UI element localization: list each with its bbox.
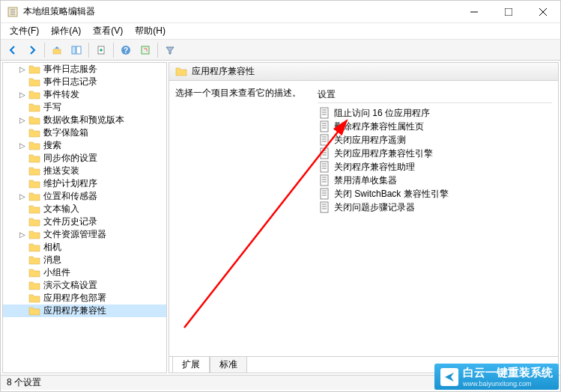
tree-item-label: 事件转发: [43, 88, 79, 101]
app-icon: [7, 6, 19, 18]
policy-icon: [319, 147, 331, 159]
list-item-label: 关闭程序兼容性助理: [334, 161, 415, 174]
folder-icon: [175, 66, 187, 78]
tree-item[interactable]: 数字保险箱: [3, 126, 166, 139]
list-header: 应用程序兼容性: [169, 63, 558, 81]
forward-button[interactable]: [23, 41, 41, 59]
tree-item-label: 文件历史记录: [43, 215, 97, 228]
svg-rect-23: [321, 135, 328, 145]
svg-rect-31: [321, 162, 328, 172]
toolbar: ?: [1, 40, 560, 61]
help-button[interactable]: ?: [117, 41, 135, 59]
show-hide-tree-button[interactable]: [67, 41, 85, 59]
back-button[interactable]: [4, 41, 22, 59]
expand-arrow-icon[interactable]: ▷: [18, 116, 27, 124]
tree-item[interactable]: ▷事件转发: [3, 88, 166, 101]
tree-item[interactable]: ▷文件资源管理器: [3, 228, 166, 241]
list-item[interactable]: 删除程序兼容性属性页: [318, 120, 552, 133]
tree-item-label: 事件日志记录: [43, 76, 97, 88]
tree-item-label: 位置和传感器: [43, 190, 97, 203]
list-item-label: 关闭应用程序兼容性引擎: [334, 147, 433, 160]
toolbar-separator: [88, 43, 89, 58]
list-item[interactable]: 关闭应用程序遥测: [318, 133, 552, 147]
list-header-title: 应用程序兼容性: [192, 65, 255, 78]
tree-item[interactable]: 消息: [3, 254, 166, 266]
tree-item-label: 推送安装: [43, 165, 79, 177]
folder-icon: [28, 114, 40, 126]
policy-icon: [319, 161, 331, 173]
minimize-button[interactable]: [457, 1, 491, 23]
svg-rect-14: [142, 46, 149, 54]
expand-arrow-icon[interactable]: ▷: [18, 192, 27, 200]
folder-icon: [28, 293, 40, 304]
policy-icon: [319, 174, 331, 186]
menu-action[interactable]: 操作(A): [45, 23, 87, 39]
tree-item[interactable]: 文本输入: [3, 203, 166, 215]
title-bar: 本地组策略编辑器: [1, 1, 560, 23]
watermark-text: 白云一键重装系统: [463, 366, 553, 380]
column-header-setting[interactable]: 设置: [318, 87, 552, 103]
expand-arrow-icon[interactable]: ▷: [18, 141, 27, 150]
folder-icon: [28, 64, 40, 76]
list-item[interactable]: 禁用清单收集器: [318, 174, 552, 187]
tree-item-label: 同步你的设置: [43, 152, 97, 165]
expand-arrow-icon[interactable]: ▷: [18, 230, 27, 239]
export-button[interactable]: [92, 41, 110, 59]
up-button[interactable]: [48, 41, 66, 59]
expand-arrow-icon[interactable]: ▷: [18, 91, 27, 99]
policy-icon: [319, 134, 331, 146]
tree-item[interactable]: ▷位置和传感器: [3, 190, 166, 203]
list-item-label: 阻止访问 16 位应用程序: [334, 107, 430, 120]
filter-button[interactable]: [161, 41, 179, 59]
tab-extended[interactable]: 扩展: [172, 357, 210, 373]
list-content: 设置 阻止访问 16 位应用程序删除程序兼容性属性页关闭应用程序遥测关闭应用程序…: [318, 87, 552, 350]
svg-rect-35: [321, 175, 328, 186]
folder-icon: [28, 89, 40, 101]
menu-view[interactable]: 查看(V): [87, 23, 129, 39]
list-item[interactable]: 关闭程序兼容性助理: [318, 160, 552, 174]
menu-file[interactable]: 文件(F): [4, 23, 45, 39]
tree-item[interactable]: 手写: [3, 101, 166, 114]
folder-icon: [28, 242, 40, 254]
tree-item[interactable]: ▷事件日志服务: [3, 63, 166, 76]
maximize-button[interactable]: [491, 1, 526, 23]
folder-icon: [28, 191, 40, 203]
folder-icon: [28, 229, 40, 241]
list-item[interactable]: 关闭应用程序兼容性引擎: [318, 147, 552, 160]
svg-rect-15: [321, 108, 328, 118]
tab-standard[interactable]: 标准: [210, 357, 247, 373]
menu-bar: 文件(F) 操作(A) 查看(V) 帮助(H): [1, 23, 560, 40]
refresh-button[interactable]: [136, 41, 154, 59]
tree-item[interactable]: 文件历史记录: [3, 215, 166, 228]
folder-icon: [28, 76, 40, 88]
list-item[interactable]: 关闭 SwitchBack 兼容性引擎: [318, 187, 552, 200]
folder-icon: [28, 153, 40, 165]
list-item[interactable]: 阻止访问 16 位应用程序: [318, 106, 552, 120]
folder-icon: [28, 102, 40, 114]
tree-item[interactable]: 演示文稿设置: [3, 279, 166, 292]
list-item[interactable]: 关闭问题步骤记录器: [318, 200, 552, 214]
list-description: 选择一个项目来查看它的描述。: [175, 87, 318, 350]
close-button[interactable]: [526, 1, 560, 23]
tree-item[interactable]: ▷数据收集和预览版本: [3, 114, 166, 126]
svg-rect-10: [76, 46, 81, 54]
tree-item[interactable]: 同步你的设置: [3, 152, 166, 165]
tree-item-label: 事件日志服务: [43, 63, 97, 76]
watermark-logo-icon: [440, 368, 458, 386]
tree-item-label: 文本输入: [43, 203, 79, 215]
svg-rect-27: [321, 148, 328, 159]
tree-item[interactable]: 应用程序兼容性: [3, 304, 166, 317]
tree-item[interactable]: 推送安装: [3, 165, 166, 177]
tree-item[interactable]: ▷搜索: [3, 139, 166, 152]
tree-item[interactable]: 应用程序包部署: [3, 292, 166, 304]
list-body: 选择一个项目来查看它的描述。 设置 阻止访问 16 位应用程序删除程序兼容性属性…: [169, 81, 558, 356]
expand-arrow-icon[interactable]: ▷: [18, 65, 27, 73]
tree-item[interactable]: 事件日志记录: [3, 76, 166, 88]
tree-item[interactable]: 维护计划程序: [3, 177, 166, 190]
tree-item[interactable]: 小组件: [3, 266, 166, 279]
folder-icon: [28, 203, 40, 215]
folder-icon: [28, 178, 40, 190]
menu-help[interactable]: 帮助(H): [129, 23, 172, 39]
tree-panel[interactable]: ▷事件日志服务事件日志记录▷事件转发手写▷数据收集和预览版本数字保险箱▷搜索同步…: [2, 62, 167, 373]
tree-item[interactable]: 相机: [3, 241, 166, 254]
